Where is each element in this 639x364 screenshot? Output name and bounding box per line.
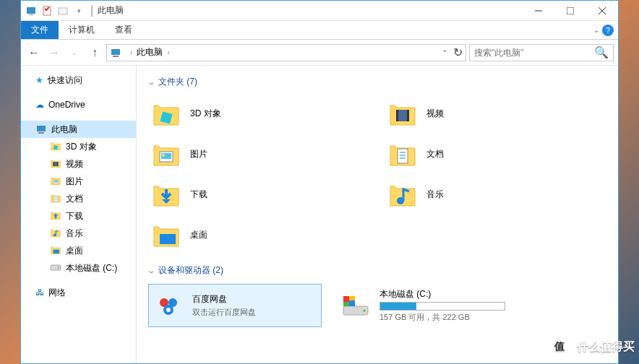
network-icon: 🖧 [35,287,44,298]
downloads-folder-icon [151,179,181,209]
folder-video[interactable]: 视频 [385,95,606,131]
sidebar-item-downloads[interactable]: 下载 [21,207,136,225]
content-pane: 文件夹 (7) 3D 对象视频图片文档下载音乐桌面 设备和驱动器 (2) 百度网… [137,66,618,363]
documents-icon [50,192,61,206]
sidebar-item-music[interactable]: 音乐 [21,225,136,242]
svg-rect-48 [349,296,355,300]
up-button[interactable]: ↑ [86,44,103,61]
svg-rect-14 [53,162,54,166]
folder-pictures[interactable]: 图片 [148,136,370,172]
folder-label: 视频 [426,108,444,120]
device-name: 本地磁盘 (C:) [379,288,505,300]
cloud-icon: ☁ [35,100,44,110]
folder-grid: 3D 对象视频图片文档下载音乐桌面 [148,95,606,253]
sidebar-this-pc[interactable]: 此电脑 [21,121,136,138]
svg-rect-9 [113,56,119,57]
svg-rect-46 [343,302,349,306]
sidebar-onedrive[interactable]: ☁OneDrive [21,96,136,113]
recent-dropdown-icon[interactable]: ⌄ [66,44,83,61]
search-box[interactable]: 🔍 [469,44,614,61]
breadcrumb-chevron-icon[interactable]: › [130,48,132,56]
svg-rect-10 [37,126,46,131]
sidebar-item-desktop[interactable]: 桌面 [21,242,136,259]
maximize-button[interactable] [554,1,586,21]
sidebar-item-3d[interactable]: 3D 对象 [21,138,136,155]
sidebar-network[interactable]: 🖧网络 [21,284,136,301]
address-bar[interactable]: › 此电脑 › ⌄ ↻ [106,44,466,61]
help-icon[interactable]: ? [602,25,614,36]
disk-usage-bar [379,302,505,311]
sidebar-item-drive[interactable]: 本地磁盘 (C:) [21,259,136,277]
device-subtitle: 157 GB 可用，共 222 GB [379,312,505,323]
breadcrumb-root[interactable]: 此电脑 [137,46,163,58]
svg-rect-30 [407,110,409,121]
sidebar-item-documents[interactable]: 文档 [21,190,136,207]
tab-computer[interactable]: 计算机 [59,21,105,39]
folder-downloads[interactable]: 下载 [148,176,370,212]
window-title: 此电脑 [98,4,124,17]
pc-icon [110,47,121,58]
svg-point-49 [364,310,366,312]
breadcrumb-chevron-icon[interactable]: › [167,48,169,56]
minimize-button[interactable] [523,1,554,21]
svg-rect-19 [53,196,57,202]
folder-label: 音乐 [426,188,444,201]
device-local-disk-c[interactable]: 本地磁盘 (C:) 157 GB 可用，共 222 GB [336,284,510,327]
device-subtitle: 双击运行百度网盘 [192,307,317,318]
svg-rect-8 [111,49,120,55]
watermark-text: 什么值得买 [577,339,635,355]
tab-file[interactable]: 文件 [21,21,59,39]
new-folder-icon[interactable] [56,4,70,18]
explorer-window: ▾ | 此电脑 文件 计算机 查看 ⌄ ? ← → ⌄ ↑ › 此电脑 › ⌄ [20,0,619,364]
back-button[interactable]: ← [25,44,43,61]
svg-point-26 [58,266,59,268]
device-name: 百度网盘 [192,293,317,306]
drive-icon [50,261,61,275]
watermark-badge-icon: 值 [546,334,572,360]
search-input[interactable] [474,48,594,58]
folder-desktop[interactable]: 桌面 [148,217,370,253]
desktop-icon [50,244,61,258]
drive-icon [340,290,371,321]
pictures-icon [50,175,61,188]
ribbon-expand-icon[interactable]: ⌄ [593,26,599,34]
tab-view[interactable]: 查看 [105,21,142,39]
svg-rect-45 [343,296,349,302]
device-baidu-netdisk[interactable]: 百度网盘 双击运行百度网盘 [148,284,322,327]
title-separator: | [90,4,93,17]
group-folders-header[interactable]: 文件夹 (7) [148,76,606,88]
forward-button[interactable]: → [46,44,63,61]
video-folder-icon [387,98,418,129]
folder-label: 文档 [426,148,444,160]
folder-documents[interactable]: 文档 [385,136,606,172]
titlebar: ▾ | 此电脑 [21,1,618,21]
desktop-folder-icon [151,220,181,250]
3d-icon [50,140,61,154]
folder-music[interactable]: 音乐 [385,176,606,212]
documents-folder-icon [387,139,418,169]
svg-rect-39 [160,234,176,244]
svg-rect-15 [57,162,58,166]
sidebar-quick-access[interactable]: ★快速访问 [21,72,136,89]
properties-icon[interactable] [40,4,54,18]
sidebar-item-video[interactable]: 视频 [21,155,136,173]
ribbon: 文件 计算机 查看 ⌄ ? [21,21,618,40]
body: ★快速访问 ☁OneDrive 此电脑 3D 对象视频图片文档下载音乐桌面本地磁… [21,66,618,363]
qat-dropdown-icon[interactable]: ▾ [72,4,86,18]
folder-label: 下载 [190,188,207,201]
app-icon [24,4,38,18]
group-devices-header[interactable]: 设备和驱动器 (2) [148,264,606,277]
folder-3d[interactable]: 3D 对象 [148,95,370,131]
3d-folder-icon [151,98,181,129]
navigation-pane: ★快速访问 ☁OneDrive 此电脑 3D 对象视频图片文档下载音乐桌面本地磁… [21,66,137,363]
folder-label: 3D 对象 [190,108,221,120]
search-icon[interactable]: 🔍 [594,46,609,59]
close-button[interactable] [586,1,618,21]
address-dropdown-icon[interactable]: ⌄ [442,46,447,59]
star-icon: ★ [35,75,43,85]
svg-rect-5 [567,7,574,14]
sidebar-item-pictures[interactable]: 图片 [21,173,136,190]
watermark: 值 什么值得买 [546,334,635,360]
refresh-icon[interactable]: ↻ [453,46,463,59]
monitor-icon [35,124,47,135]
